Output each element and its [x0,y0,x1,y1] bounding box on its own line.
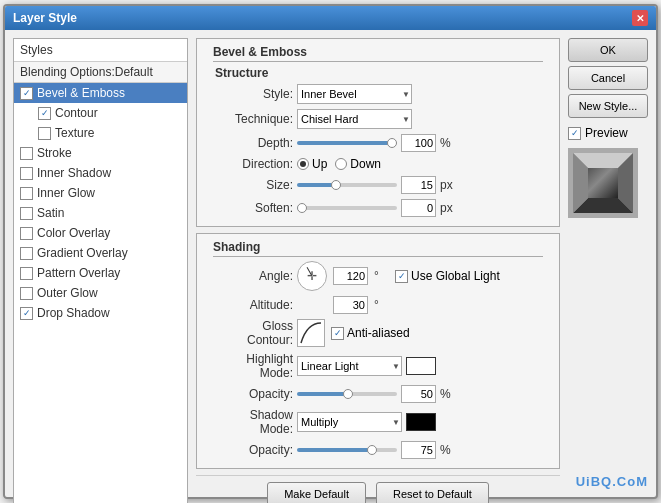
watermark: UiBQ.CoM [576,474,648,489]
global-light-label: Use Global Light [411,269,500,283]
sidebar-item-inner-shadow[interactable]: Inner Shadow [14,163,187,183]
direction-down-item[interactable]: Down [335,157,381,171]
bevel-emboss-panel-title: Bevel & Emboss [213,43,543,62]
new-style-button[interactable]: New Style... [568,94,648,118]
size-slider-thumb [331,180,341,190]
gloss-contour-box[interactable] [297,319,325,347]
contour-label: Contour [55,106,98,120]
highlight-mode-select-wrapper: Linear Light ▼ [297,356,402,376]
sidebar-item-stroke[interactable]: Stroke [14,143,187,163]
highlight-mode-control: Linear Light ▼ [297,356,436,376]
anti-aliased-checkbox[interactable] [331,327,344,340]
depth-value-input[interactable] [401,134,436,152]
stroke-label: Stroke [37,146,72,160]
title-bar: Layer Style ✕ [5,6,656,30]
depth-slider[interactable] [297,141,397,145]
shading-panel: Shading Angle: ✛ ° [196,233,560,469]
ok-button[interactable]: OK [568,38,648,62]
gloss-contour-icon [299,321,323,345]
shadow-opacity-input[interactable] [401,441,436,459]
reset-default-button[interactable]: Reset to Default [376,482,489,503]
color-overlay-label: Color Overlay [37,226,110,240]
altitude-value-input[interactable] [333,296,368,314]
size-slider[interactable] [297,183,397,187]
highlight-opacity-slider[interactable] [297,392,397,396]
global-light-checkbox[interactable] [395,270,408,283]
drop-shadow-checkbox[interactable] [20,307,33,320]
direction-up-label: Up [312,157,327,171]
anti-aliased-wrapper[interactable]: Anti-aliased [331,326,410,340]
svg-rect-5 [588,168,618,198]
blending-options-header[interactable]: Blending Options:Default [14,62,187,83]
shadow-color-swatch[interactable] [406,413,436,431]
color-overlay-checkbox[interactable] [20,227,33,240]
shadow-mode-select[interactable]: Multiply [297,412,402,432]
sidebar-item-color-overlay[interactable]: Color Overlay [14,223,187,243]
sidebar-item-texture[interactable]: Texture [14,123,187,143]
texture-checkbox[interactable] [38,127,51,140]
outer-glow-checkbox[interactable] [20,287,33,300]
direction-up-item[interactable]: Up [297,157,327,171]
technique-label: Technique: [213,112,293,126]
global-light-checkbox-wrapper[interactable]: Use Global Light [395,269,500,283]
satin-checkbox[interactable] [20,207,33,220]
pattern-overlay-checkbox[interactable] [20,267,33,280]
inner-glow-checkbox[interactable] [20,187,33,200]
sidebar-item-bevel-emboss[interactable]: Bevel & Emboss [14,83,187,103]
stroke-checkbox[interactable] [20,147,33,160]
contour-checkbox[interactable] [38,107,51,120]
highlight-mode-row: Highlight Mode: Linear Light ▼ [213,352,551,380]
preview-box [568,148,638,218]
direction-radio-group: Up Down [297,157,381,171]
anti-aliased-label: Anti-aliased [347,326,410,340]
cancel-button[interactable]: Cancel [568,66,648,90]
soften-row: Soften: px [213,199,551,217]
shadow-opacity-slider[interactable] [297,448,397,452]
soften-value-input[interactable] [401,199,436,217]
altitude-label: Altitude: [213,298,293,312]
make-default-button[interactable]: Make Default [267,482,366,503]
outer-glow-label: Outer Glow [37,286,98,300]
sidebar-item-outer-glow[interactable]: Outer Glow [14,283,187,303]
altitude-control: ° [297,296,389,314]
angle-value-input[interactable] [333,267,368,285]
bevel-emboss-panel: Bevel & Emboss Structure Style: Inner Be… [196,38,560,227]
technique-select[interactable]: Chisel Hard [297,109,412,129]
style-row: Style: Inner Bevel ▼ [213,84,551,104]
sidebar-item-drop-shadow[interactable]: Drop Shadow [14,303,187,323]
preview-checkbox[interactable]: ✓ [568,127,581,140]
angle-circle[interactable]: ✛ [297,261,327,291]
size-label: Size: [213,178,293,192]
shadow-opacity-unit: % [440,443,455,457]
sidebar-styles-header: Styles [14,39,187,62]
inner-glow-label: Inner Glow [37,186,95,200]
direction-down-label: Down [350,157,381,171]
structure-section-title: Structure [213,66,551,80]
highlight-color-swatch[interactable] [406,357,436,375]
size-value-input[interactable] [401,176,436,194]
depth-slider-thumb [387,138,397,148]
size-slider-container: px [297,176,455,194]
inner-shadow-checkbox[interactable] [20,167,33,180]
sidebar-item-gradient-overlay[interactable]: Gradient Overlay [14,243,187,263]
direction-up-radio[interactable] [297,158,309,170]
bevel-emboss-checkbox[interactable] [20,87,33,100]
close-button[interactable]: ✕ [632,10,648,26]
highlight-opacity-unit: % [440,387,455,401]
highlight-opacity-thumb [343,389,353,399]
soften-slider[interactable] [297,206,397,210]
direction-down-radio[interactable] [335,158,347,170]
soften-slider-container: px [297,199,455,217]
highlight-opacity-input[interactable] [401,385,436,403]
shadow-opacity-slider-container: % [297,441,455,459]
bevel-emboss-label: Bevel & Emboss [37,86,125,100]
sidebar-item-pattern-overlay[interactable]: Pattern Overlay [14,263,187,283]
sidebar-item-contour[interactable]: Contour [14,103,187,123]
sidebar-item-inner-glow[interactable]: Inner Glow [14,183,187,203]
gloss-contour-row: Gloss Contour: Anti-aliased [213,319,551,347]
gradient-overlay-checkbox[interactable] [20,247,33,260]
sidebar-item-satin[interactable]: Satin [14,203,187,223]
texture-label: Texture [55,126,94,140]
style-select[interactable]: Inner Bevel [297,84,412,104]
highlight-mode-select[interactable]: Linear Light [297,356,402,376]
